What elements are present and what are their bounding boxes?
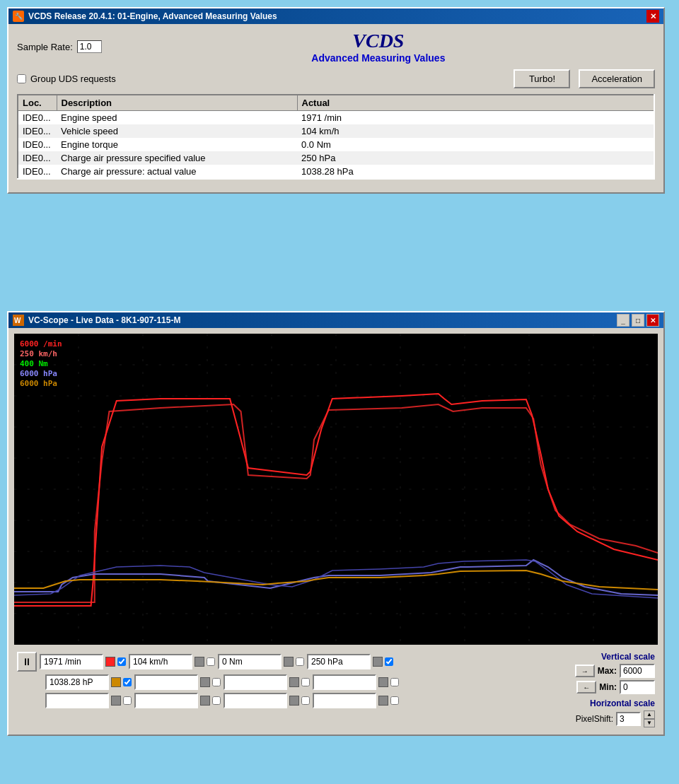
rpm-checkbox[interactable]: [117, 657, 126, 666]
empty3-checkbox[interactable]: [390, 678, 399, 686]
hpa2-checkbox[interactable]: [123, 678, 132, 686]
vcds-title-area: VCDS Advanced Measuring Values: [102, 30, 655, 64]
empty6-checkbox[interactable]: [301, 696, 310, 705]
cell-description: Charge air pressure specified value: [57, 151, 297, 165]
scope-values-area: ⏸: [17, 652, 536, 711]
pause-button[interactable]: ⏸: [17, 652, 37, 672]
sample-rate-area: Sample Rate:: [17, 40, 102, 53]
max-scale-input[interactable]: [620, 664, 655, 678]
table-row: IDE0... Engine speed 1971 /min: [18, 111, 654, 125]
cell-actual: 0.0 Nm: [297, 138, 654, 151]
hpa2-color-indicator: [111, 677, 121, 687]
svg-rect-8: [14, 334, 658, 645]
empty6-input[interactable]: [224, 693, 287, 708]
torque-color-indicator: [284, 657, 294, 667]
min-scale-input[interactable]: [620, 680, 655, 694]
pixel-shift-up[interactable]: ▲: [644, 710, 655, 719]
empty4-input[interactable]: [45, 693, 109, 708]
speed-value-input[interactable]: [129, 654, 192, 669]
top-row: Sample Rate: VCDS Advanced Measuring Val…: [17, 30, 655, 64]
rpm-color-indicator: [105, 657, 115, 667]
hpa2-value-input[interactable]: [45, 674, 109, 690]
value-box-empty6: [224, 693, 310, 708]
legend-rpm: 6000 /min: [20, 339, 62, 349]
cell-loc: IDE0...: [18, 138, 57, 151]
empty7-input[interactable]: [313, 693, 376, 708]
pixel-shift-label: PixelShift:: [576, 714, 613, 724]
group-uds-checkbox[interactable]: [17, 74, 26, 83]
turbo-button[interactable]: Turbo!: [513, 69, 570, 88]
empty4-color-indicator: [111, 696, 121, 706]
torque-value-input[interactable]: [218, 654, 282, 669]
min-scale-row: ← Min:: [542, 680, 655, 694]
value-box-hpa1: [307, 654, 393, 669]
pixel-shift-input[interactable]: [616, 712, 641, 726]
speed-checkbox[interactable]: [207, 657, 215, 666]
empty5-color-indicator: [200, 696, 210, 706]
vertical-scale-panel: Vertical scale → Max: ← Min:: [542, 652, 655, 694]
vertical-scale-title: Vertical scale: [542, 652, 655, 662]
empty4-checkbox[interactable]: [123, 696, 132, 705]
value-box-empty3: [313, 674, 399, 690]
hpa1-checkbox[interactable]: [385, 657, 393, 666]
vcds-subtitle: Advanced Measuring Values: [102, 52, 655, 64]
cell-description: Vehicle speed: [57, 124, 297, 138]
torque-checkbox[interactable]: [296, 657, 304, 666]
scope-minimize-button[interactable]: _: [617, 314, 629, 327]
empty3-input[interactable]: [313, 674, 376, 690]
cell-description: Engine speed: [57, 111, 297, 125]
pixel-shift-down[interactable]: ▼: [644, 719, 655, 727]
cell-loc: IDE0...: [18, 151, 57, 165]
scope-window-title: VC-Scope - Live Data - 8K1-907-115-M: [28, 315, 180, 325]
value-box-empty7: [313, 693, 399, 708]
empty7-color-indicator: [378, 696, 388, 706]
rpm-value-input[interactable]: [40, 654, 103, 669]
sample-rate-input[interactable]: [77, 40, 102, 53]
cell-loc: IDE0...: [18, 124, 57, 138]
min-arrow-button[interactable]: ←: [576, 681, 596, 694]
max-arrow-button[interactable]: →: [575, 665, 595, 677]
value-box-rpm: [40, 654, 126, 669]
table-row: IDE0... Vehicle speed 104 km/h: [18, 124, 654, 138]
scope-title-left: W VC-Scope - Live Data - 8K1-907-115-M: [13, 315, 180, 326]
horizontal-scale-panel: Horizontal scale PixelShift: ▲ ▼: [542, 698, 655, 727]
empty5-input[interactable]: [134, 693, 198, 708]
table-row: IDE0... Charge air pressure: actual valu…: [18, 165, 654, 179]
value-box-speed: [129, 654, 215, 669]
cell-actual: 1971 /min: [297, 111, 654, 125]
scope-icon: W: [13, 315, 24, 326]
scope-bottom: ⏸: [11, 648, 661, 732]
speed-color-indicator: [195, 657, 204, 667]
data-table: Loc. Description Actual IDE0... Engine s…: [17, 94, 655, 180]
empty2-checkbox[interactable]: [301, 678, 310, 686]
max-label: Max:: [598, 666, 617, 676]
scope-maximize-button[interactable]: □: [632, 314, 644, 327]
table-header-row: Loc. Description Actual: [18, 95, 654, 111]
sample-rate-label: Sample Rate:: [17, 42, 73, 52]
value-box-empty5: [134, 693, 221, 708]
cell-description: Charge air pressure: actual value: [57, 165, 297, 179]
vcds-main-title: VCDS: [102, 30, 655, 52]
main-window: 🔧 VCDS Release 20.4.1: 01-Engine, Advanc…: [7, 7, 665, 194]
value-box-empty4: [45, 693, 132, 708]
pixel-shift-spinners: ▲ ▼: [644, 710, 655, 727]
empty7-checkbox[interactable]: [390, 696, 399, 705]
empty1-input[interactable]: [134, 674, 198, 690]
scope-canvas: 6000 /min 250 km/h 400 Nm 6000 hPa 6000 …: [14, 334, 658, 645]
empty1-checkbox[interactable]: [212, 678, 221, 686]
empty2-input[interactable]: [224, 674, 287, 690]
scope-bottom-row3: [17, 693, 536, 708]
legend-hpa1: 6000 hPa: [20, 369, 62, 378]
scope-close-button[interactable]: ✕: [646, 314, 659, 327]
col-loc-header: Loc.: [18, 95, 57, 111]
main-close-button[interactable]: ✕: [646, 10, 659, 23]
hpa1-value-input[interactable]: [307, 654, 371, 669]
acceleration-button[interactable]: Acceleration: [579, 69, 655, 88]
value-box-hpa2: [45, 674, 132, 690]
empty5-checkbox[interactable]: [212, 696, 221, 705]
scope-title-bar: W VC-Scope - Live Data - 8K1-907-115-M _…: [8, 312, 663, 328]
buttons-area: Turbo! Acceleration: [513, 69, 655, 88]
hpa1-color-indicator: [373, 657, 383, 667]
empty6-color-indicator: [289, 696, 299, 706]
svg-text:W: W: [14, 317, 21, 324]
